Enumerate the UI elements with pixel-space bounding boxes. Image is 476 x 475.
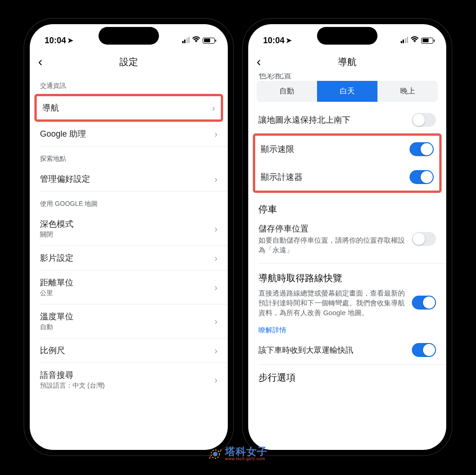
wifi-icon — [192, 36, 200, 45]
row-label: 比例尺 — [40, 345, 214, 356]
chevron-right-icon: › — [214, 174, 218, 185]
phone-frame-left: 10:04 ➤ ‹ 設定 交通資訊 導 — [24, 19, 233, 455]
row-north-up[interactable]: 讓地圖永遠保持北上南下 — [248, 108, 446, 132]
toggle-transit-alert[interactable] — [412, 343, 436, 357]
nav-header: ‹ 設定 — [30, 50, 228, 73]
section-header-glance: 導航時取得路線快覽 — [248, 264, 446, 287]
watermark-title: 塔科女子 — [225, 447, 268, 457]
watermark: 塔科女子 www.tech-girlz.com — [208, 447, 268, 461]
chevron-right-icon: › — [214, 375, 218, 385]
row-label: 該下車時收到大眾運輸快訊 — [258, 345, 406, 356]
nav-header: ‹ 導航 — [248, 50, 446, 73]
screen-left: 10:04 ➤ ‹ 設定 交通資訊 導 — [30, 24, 228, 450]
page-title: 設定 — [119, 56, 138, 68]
back-button[interactable]: ‹ — [38, 54, 42, 69]
row-temperature-unit[interactable]: 溫度單位 自動 › — [30, 304, 228, 338]
row-transit-alert[interactable]: 該下車時收到大眾運輸快訊 — [248, 338, 446, 362]
row-value: 預設語言：中文 (台灣) — [40, 382, 214, 390]
row-label: Google 助理 — [40, 128, 214, 139]
row-label: 語音搜尋 — [40, 369, 214, 381]
toggle-glance[interactable] — [412, 296, 436, 310]
row-label: 溫度單位 — [40, 311, 214, 322]
section-header-parking: 停車 — [248, 195, 446, 218]
status-time: 10:04 — [263, 36, 284, 46]
row-label: 顯示計速器 — [261, 172, 404, 183]
back-button[interactable]: ‹ — [257, 54, 261, 69]
row-dark-mode[interactable]: 深色模式 關閉 › — [30, 212, 228, 245]
segment-night[interactable]: 晚上 — [377, 81, 438, 102]
row-voice-search[interactable]: 語音搜尋 預設語言：中文 (台灣) › — [30, 363, 228, 396]
row-value: 公里 — [40, 289, 214, 297]
row-glance[interactable]: 直接透過路線總覽或螢幕鎖定畫面，查看最新的預計到達時間和下一個轉彎處。我們會收集… — [248, 287, 446, 322]
section-header-color-scheme: 色彩配置 — [248, 73, 446, 81]
row-value: 自動 — [40, 323, 214, 331]
row-label: 距離單位 — [40, 277, 214, 288]
dynamic-island — [99, 27, 159, 45]
page-title: 導航 — [338, 56, 357, 68]
chevron-right-icon: › — [214, 345, 218, 356]
row-scale[interactable]: 比例尺 › — [30, 338, 228, 363]
row-label: 管理偏好設定 — [40, 173, 214, 185]
learn-more-link[interactable]: 瞭解詳情 — [248, 322, 446, 338]
row-distance-unit[interactable]: 距離單位 公里 › — [30, 270, 228, 304]
segment-auto[interactable]: 自動 — [257, 81, 317, 102]
chevron-right-icon: › — [214, 282, 218, 293]
phone-frame-right: 10:04 ➤ ‹ 導航 色彩配置 自動 白天 — [243, 19, 452, 455]
battery-icon — [203, 38, 215, 44]
row-value: 關閉 — [40, 231, 214, 239]
toggle-save-parking[interactable] — [412, 232, 436, 246]
segment-day[interactable]: 白天 — [317, 81, 377, 102]
row-speed-limit[interactable]: 顯示速限 — [255, 138, 439, 161]
svg-point-1 — [213, 452, 218, 456]
row-description: 如要自動儲存停車位置，請將你的位置存取權設為「永遠」 — [258, 235, 406, 255]
chevron-right-icon: › — [212, 103, 215, 113]
chevron-right-icon: › — [214, 224, 218, 234]
screen-right: 10:04 ➤ ‹ 導航 色彩配置 自動 白天 — [248, 24, 446, 450]
chevron-right-icon: › — [214, 129, 218, 139]
chevron-right-icon: › — [214, 316, 218, 327]
row-label: 影片設定 — [40, 252, 214, 264]
row-speedometer[interactable]: 顯示計速器 — [255, 165, 439, 189]
segmented-color-scheme: 自動 白天 晚上 — [257, 81, 438, 102]
wifi-icon — [410, 36, 419, 45]
chevron-right-icon: › — [214, 253, 218, 264]
location-icon: ➤ — [286, 36, 292, 45]
row-label: 深色模式 — [40, 218, 214, 230]
highlight-navigation: 導航 › — [34, 94, 223, 122]
section-header-walking: 步行選項 — [248, 365, 446, 387]
status-time: 10:04 — [45, 36, 66, 46]
row-manage-preferences[interactable]: 管理偏好設定 › — [30, 167, 228, 191]
toggle-speed-limit[interactable] — [410, 142, 434, 156]
location-icon: ➤ — [67, 36, 73, 45]
signal-icon — [182, 38, 190, 43]
toggle-north-up[interactable] — [412, 113, 436, 127]
section-header-maps: 使用 GOOGLE 地圖 — [30, 191, 228, 212]
row-label: 儲存停車位置 — [258, 223, 406, 234]
row-google-assistant[interactable]: Google 助理 › — [30, 122, 228, 146]
dynamic-island — [317, 27, 377, 45]
row-save-parking[interactable]: 儲存停車位置 如要自動儲存停車位置，請將你的位置存取權設為「永遠」 — [248, 218, 446, 259]
watermark-url: www.tech-girlz.com — [225, 457, 268, 461]
highlight-speed-toggles: 顯示速限 顯示計速器 — [253, 133, 442, 193]
section-header-explore: 探索地點 — [30, 146, 228, 167]
watermark-icon — [208, 447, 222, 461]
row-navigation[interactable]: 導航 › — [37, 96, 221, 119]
toggle-speedometer[interactable] — [410, 170, 434, 184]
section-header-traffic: 交通資訊 — [30, 73, 228, 94]
row-description: 直接透過路線總覽或螢幕鎖定畫面，查看最新的預計到達時間和下一個轉彎處。我們會收集… — [258, 288, 406, 317]
row-label: 導航 — [42, 102, 212, 113]
row-label: 讓地圖永遠保持北上南下 — [258, 114, 406, 125]
signal-icon — [401, 38, 409, 43]
battery-icon — [421, 38, 433, 44]
row-video-settings[interactable]: 影片設定 › — [30, 246, 228, 270]
row-label: 顯示速限 — [261, 144, 404, 155]
